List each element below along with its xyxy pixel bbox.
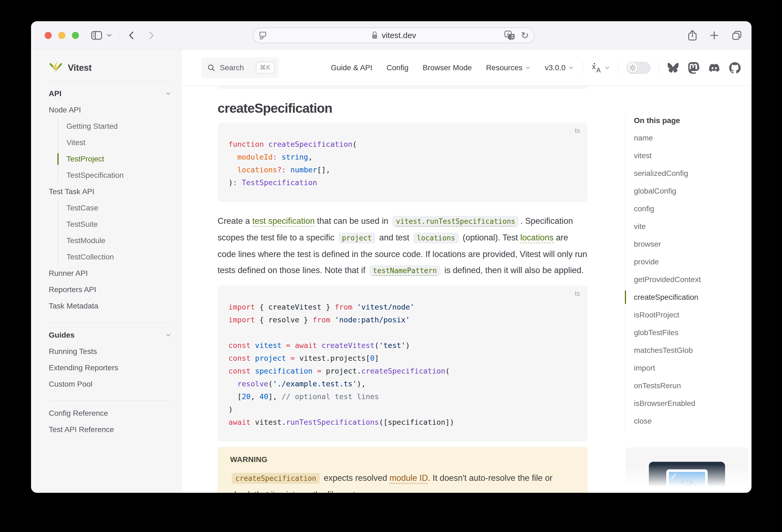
nav-label: Config bbox=[386, 64, 408, 72]
sponsor-card[interactable]: </> bbox=[626, 447, 748, 493]
main-nav: Guide & APIConfigBrowser ModeResourcesv3… bbox=[331, 64, 574, 72]
toc-item-vite[interactable]: vite bbox=[634, 217, 751, 235]
site-title: Vitest bbox=[68, 63, 92, 73]
forward-icon[interactable] bbox=[148, 31, 155, 40]
toc-item-globalconfig[interactable]: globalConfig bbox=[634, 182, 751, 200]
header-divider bbox=[659, 61, 659, 74]
sidebar-item-testmodule[interactable]: TestModule bbox=[66, 233, 171, 249]
nav-item-config[interactable]: Config bbox=[386, 64, 408, 72]
sidebar-item-testcase[interactable]: TestCase bbox=[66, 200, 171, 216]
warning-block: WARNING createSpecification expects reso… bbox=[218, 447, 588, 493]
bluesky-icon[interactable] bbox=[667, 62, 679, 73]
nav-label: Resources bbox=[486, 64, 523, 72]
sidebar-item-runner-api[interactable]: Runner API bbox=[49, 265, 171, 282]
doc-code-link-testnamepattern[interactable]: testNamePattern bbox=[367, 265, 442, 275]
toc-item-createspecification[interactable]: createSpecification bbox=[634, 288, 751, 306]
toc-item-serializedconfig[interactable]: serializedConfig bbox=[634, 165, 751, 182]
nav-label: Guide & API bbox=[331, 64, 372, 72]
toc-item-ontestsrerun[interactable]: onTestsRerun bbox=[634, 377, 751, 394]
doc-link-module-id[interactable]: module ID bbox=[389, 473, 428, 483]
toc-item-globtestfiles[interactable]: globTestFiles bbox=[634, 324, 751, 342]
doc-link-locations[interactable]: locations bbox=[520, 233, 554, 242]
sidebar-item-extending-reporters[interactable]: Extending Reporters bbox=[49, 360, 171, 376]
minimize-window-button[interactable] bbox=[58, 32, 65, 39]
toc-item-name[interactable]: name bbox=[634, 129, 751, 147]
discord-icon[interactable] bbox=[708, 63, 720, 73]
search-button[interactable]: Search ⌘K bbox=[201, 58, 279, 78]
toc-item-matchestestglob[interactable]: matchesTestGlob bbox=[634, 342, 751, 359]
new-tab-icon[interactable] bbox=[710, 31, 719, 40]
code-lang-badge: ts bbox=[575, 127, 580, 135]
sidebar-item-config-reference[interactable]: Config Reference bbox=[49, 405, 171, 422]
toc-item-isbrowserenabled[interactable]: isBrowserEnabled bbox=[634, 394, 751, 412]
nav-item-resources[interactable]: Resources bbox=[486, 64, 531, 72]
nav-label: Browser Mode bbox=[423, 64, 472, 72]
share-icon[interactable] bbox=[688, 30, 697, 41]
sidebar-item-running-tests[interactable]: Running Tests bbox=[49, 343, 171, 360]
mastodon-icon[interactable] bbox=[688, 62, 699, 74]
toc-item-isrootproject[interactable]: isRootProject bbox=[634, 306, 751, 324]
reload-icon[interactable]: ↻ bbox=[521, 31, 529, 40]
language-menu[interactable]: xA bbox=[592, 62, 610, 73]
sidebar-section-api[interactable]: API bbox=[49, 85, 171, 102]
site-logo[interactable]: Vitest bbox=[49, 54, 171, 81]
theme-toggle[interactable] bbox=[627, 62, 650, 74]
desktop-background: vitest.dev A ↻ bbox=[0, 0, 782, 532]
toc-divider bbox=[625, 116, 626, 432]
inline-code: locations bbox=[413, 233, 459, 243]
sidebar-item-test-api-reference[interactable]: Test API Reference bbox=[49, 422, 171, 438]
toc-item-import[interactable]: import bbox=[634, 359, 751, 377]
vitest-logo-icon bbox=[49, 61, 63, 74]
chevron-down-icon bbox=[166, 332, 171, 338]
sidebar-item-test-task-api[interactable]: Test Task API bbox=[49, 183, 171, 200]
header-divider bbox=[618, 61, 618, 74]
search-label: Search bbox=[220, 64, 244, 72]
code-lines: function createSpecification( moduleId: … bbox=[228, 138, 577, 189]
sidebar-item-reporters-api[interactable]: Reporters API bbox=[49, 282, 171, 298]
toolbar-divider bbox=[119, 29, 119, 41]
sidebar-toggle-icon[interactable] bbox=[91, 31, 102, 40]
sidebar-item-getting-started[interactable]: Getting Started bbox=[66, 118, 171, 135]
sidebar-item-testcollection[interactable]: TestCollection bbox=[66, 249, 171, 265]
toolbar-chevron-down-icon[interactable] bbox=[106, 33, 112, 38]
sidebar-item-testsuite[interactable]: TestSuite bbox=[66, 216, 171, 233]
sidebar-item-vitest[interactable]: Vitest bbox=[66, 135, 171, 151]
site-header: Search ⌘K Guide & APIConfigBrowser ModeR… bbox=[182, 49, 751, 86]
search-icon bbox=[207, 64, 215, 72]
doc-link-test-specification[interactable]: test specification bbox=[252, 216, 315, 226]
doc-code-link-vitest-runtestspecifications[interactable]: vitest.runTestSpecifications bbox=[391, 216, 520, 226]
toc-item-vitest[interactable]: vitest bbox=[634, 147, 751, 165]
chevron-down-icon bbox=[525, 65, 531, 71]
zoom-window-button[interactable] bbox=[72, 32, 79, 39]
nav-item-v3-0-0[interactable]: v3.0.0 bbox=[545, 64, 574, 72]
sidebar-divider bbox=[49, 400, 171, 401]
address-bar[interactable]: vitest.dev A ↻ bbox=[253, 28, 535, 43]
toc-item-provide[interactable]: provide bbox=[634, 253, 751, 271]
code-block-signature: ts function createSpecification( moduleI… bbox=[218, 122, 588, 202]
close-window-button[interactable] bbox=[45, 32, 52, 39]
translate-icon[interactable]: A bbox=[504, 30, 516, 41]
sidebar-item-custom-pool[interactable]: Custom Pool bbox=[49, 376, 171, 392]
doc-content: createSpecification ts function createSp… bbox=[182, 86, 625, 493]
tab-overview-icon[interactable] bbox=[731, 30, 742, 41]
nav-item-guide-api[interactable]: Guide & API bbox=[331, 64, 372, 72]
toc-item-config[interactable]: config bbox=[634, 200, 751, 217]
nav-item-browser-mode[interactable]: Browser Mode bbox=[423, 64, 472, 72]
chevron-down-icon bbox=[166, 91, 171, 96]
back-icon[interactable] bbox=[128, 31, 135, 40]
sidebar-item-node-api[interactable]: Node API bbox=[49, 102, 171, 118]
toc-item-close[interactable]: close bbox=[634, 412, 751, 430]
toc-item-browser[interactable]: browser bbox=[634, 235, 751, 253]
section-label: API bbox=[49, 89, 62, 98]
inline-code: createSpecification bbox=[232, 473, 320, 484]
lock-icon bbox=[371, 31, 378, 40]
github-icon[interactable] bbox=[729, 62, 741, 73]
sidebar-item-testspecification[interactable]: TestSpecification bbox=[66, 167, 171, 183]
doc-paragraph: Create a test specification that can be … bbox=[218, 213, 588, 279]
toc-item-getprovidedcontext[interactable]: getProvidedContext bbox=[634, 271, 751, 288]
sidebar-section-guides[interactable]: Guides bbox=[49, 327, 171, 343]
sidebar-item-task-metadata[interactable]: Task Metadata bbox=[49, 298, 171, 314]
sidebar-item-testproject[interactable]: TestProject bbox=[66, 151, 171, 167]
svg-text:A: A bbox=[596, 66, 601, 73]
inline-code: project bbox=[339, 233, 376, 243]
